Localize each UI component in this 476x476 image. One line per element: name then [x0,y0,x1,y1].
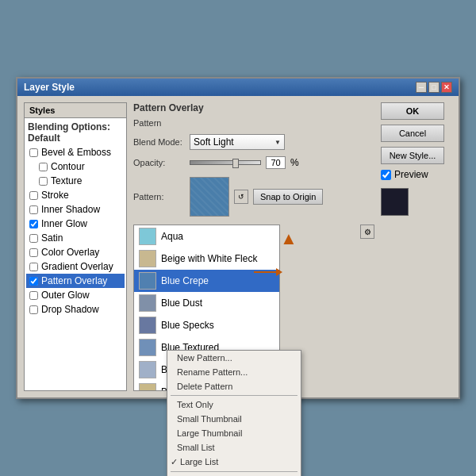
pattern-section: Pattern: ↺ Snap to Origin [133,177,374,217]
menu-small-list[interactable]: Small List [167,440,301,455]
opacity-row: Opacity: % [133,156,374,169]
outer-glow-checkbox[interactable] [29,291,38,300]
right-panel: OK Cancel New Style... Preview [381,102,452,391]
pattern-list-container: ⚙ ▲ Aqua Beige with White Fleck [133,225,374,391]
opacity-thumb[interactable] [232,159,239,168]
close-button[interactable]: ✕ [441,82,452,93]
color-overlay-item[interactable]: Color Overlay [26,245,125,259]
menu-large-list[interactable]: Large List [167,455,301,470]
pattern-label: Pattern: [133,192,185,202]
pattern-blue-specks-item[interactable]: Blue Specks [134,314,279,336]
new-style-button[interactable]: New Style... [381,147,444,164]
contour-checkbox[interactable] [39,163,48,171]
blending-options-item[interactable]: Blending Options: Default [26,120,125,145]
gradient-overlay-checkbox[interactable] [29,263,38,271]
beige-thumb [139,250,156,267]
menu-delete-pattern[interactable]: Delete Pattern [167,379,301,393]
texture-item[interactable]: Texture [26,174,125,188]
pattern-icon-buttons: ↺ [234,190,248,204]
blue-textured-thumb [139,339,156,356]
menu-large-thumbnail[interactable]: Large Thumbnail [167,426,301,440]
outer-glow-label: Outer Glow [41,290,90,301]
satin-item[interactable]: Satin [26,231,125,245]
outer-glow-item[interactable]: Outer Glow [26,288,125,302]
inner-glow-item[interactable]: Inner Glow [26,217,125,231]
contour-label: Contour [51,161,85,172]
blend-mode-row: Blend Mode: Soft Light ▼ [133,134,374,150]
blue-crepe-thumb [139,272,156,290]
drop-shadow-checkbox[interactable] [29,305,38,314]
pattern-reset-icon[interactable]: ↺ [234,190,248,204]
blue-vellum-thumb [139,361,156,378]
color-overlay-label: Color Overlay [41,247,99,258]
buff-thumb [139,383,156,391]
contour-item[interactable]: Contour [26,159,125,174]
gradient-overlay-item[interactable]: Gradient Overlay [26,259,125,274]
opacity-input[interactable] [266,156,286,169]
inner-shadow-item[interactable]: Inner Shadow [26,202,125,217]
pattern-overlay-label: Pattern Overlay [41,275,107,286]
blending-options-label: Blending Options: Default [28,121,121,144]
arrow-indicator [254,268,282,276]
menu-sep-1 [171,395,298,396]
dialog-body: Styles Blending Options: Default Bevel &… [17,96,459,397]
aqua-label: Aqua [161,231,183,242]
texture-checkbox[interactable] [39,177,48,186]
blue-crepe-label: Blue Crepe [161,275,209,286]
menu-rename-pattern[interactable]: Rename Pattern... [167,365,301,379]
bevel-emboss-item[interactable]: Bevel & Emboss [26,145,125,159]
drop-shadow-item[interactable]: Drop Shadow [26,302,125,317]
layer-style-dialog: Layer Style ─ □ ✕ Styles Blending Option… [16,77,460,399]
preview-checkbox[interactable] [381,170,391,180]
pattern-beige-item[interactable]: Beige with White Fleck [134,248,279,270]
menu-small-thumbnail[interactable]: Small Thumbnail [167,412,301,426]
menu-new-pattern[interactable]: New Pattern... [167,351,301,365]
cancel-button[interactable]: Cancel [381,125,444,142]
panel-subtitle: Pattern [133,118,374,128]
bevel-emboss-label: Bevel & Emboss [41,147,111,158]
panel-title: Pattern Overlay [133,102,374,113]
inner-shadow-checkbox[interactable] [29,205,38,214]
pattern-preview-swatch[interactable] [190,177,229,217]
blend-mode-dropdown[interactable]: Soft Light ▼ [190,134,285,150]
inner-glow-checkbox[interactable] [29,220,38,228]
styles-list: Blending Options: Default Bevel & Emboss… [25,118,126,390]
maximize-button[interactable]: □ [428,82,440,93]
blue-specks-label: Blue Specks [161,320,214,331]
title-bar: Layer Style ─ □ ✕ [17,79,459,96]
main-panel: Pattern Overlay Pattern Blend Mode: Soft… [133,102,374,391]
menu-sep-2 [171,471,298,472]
pattern-overlay-checkbox[interactable] [29,277,38,286]
menu-text-only[interactable]: Text Only [167,397,301,412]
blend-mode-value: Soft Light [194,136,234,148]
satin-checkbox[interactable] [29,234,38,243]
styles-panel-header: Styles [25,103,126,118]
dialog-title: Layer Style [24,82,75,93]
pattern-overlay-item[interactable]: Pattern Overlay [26,274,125,288]
preview-row: Preview [381,169,452,180]
styles-panel: Styles Blending Options: Default Bevel &… [24,102,127,391]
inner-glow-label: Inner Glow [41,218,87,229]
opacity-percent: % [290,157,299,168]
minimize-button[interactable]: ─ [416,82,427,93]
snap-to-origin-button[interactable]: Snap to Origin [253,189,323,205]
preview-label: Preview [394,169,428,180]
aqua-thumb [139,228,156,245]
pattern-aqua-item[interactable]: Aqua [134,225,279,248]
stroke-label: Stroke [41,190,69,201]
texture-label: Texture [51,175,82,186]
opacity-slider[interactable] [190,160,261,165]
blue-dust-label: Blue Dust [161,298,202,309]
stroke-checkbox[interactable] [29,191,38,200]
gradient-overlay-label: Gradient Overlay [41,261,113,272]
pattern-blue-dust-item[interactable]: Blue Dust [134,292,279,314]
blend-mode-label: Blend Mode: [133,137,185,147]
bevel-emboss-checkbox[interactable] [29,148,38,157]
blue-dust-thumb [139,294,156,312]
pattern-gear-button[interactable]: ⚙ [360,225,374,239]
stroke-item[interactable]: Stroke [26,188,125,202]
ok-button[interactable]: OK [381,102,444,120]
color-overlay-checkbox[interactable] [29,248,38,257]
blue-specks-thumb [139,317,156,334]
satin-label: Satin [41,232,63,244]
